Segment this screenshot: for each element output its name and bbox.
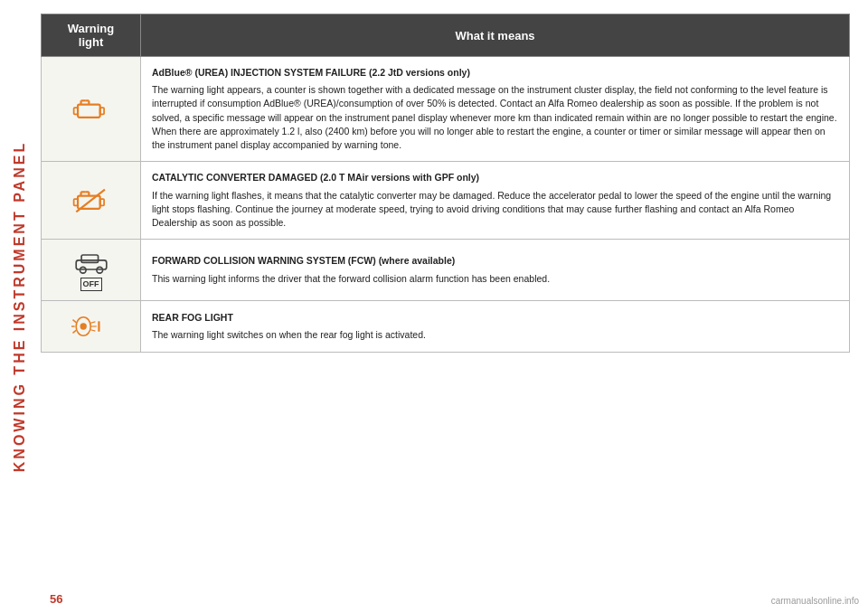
main-content: Warninglight What it means [41, 14, 850, 577]
table-row: OFF FORWARD COLLISION WARNING SYSTEM (FC… [42, 240, 850, 301]
side-label-text: KNOWING THE INSTRUMENT PANEL [13, 141, 29, 472]
page-number: 56 [50, 592, 62, 606]
row2-title: CATALYTIC CONVERTER DAMAGED (2.0 T MAir … [152, 171, 838, 184]
fog-icon-wrapper [52, 310, 129, 343]
description-cell-fog: REAR FOG LIGHT The warning light switche… [141, 301, 850, 353]
icon-cell-engine [42, 57, 141, 162]
fcw-car-svg [72, 249, 110, 276]
svg-rect-8 [99, 199, 103, 205]
fcw-icon: OFF [72, 249, 110, 291]
row4-title: REAR FOG LIGHT [152, 311, 838, 325]
svg-rect-16 [81, 255, 98, 262]
svg-line-24 [90, 322, 95, 323]
row3-description: This warning light informs the driver th… [152, 273, 550, 284]
description-cell-engine: AdBlue® (UREA) INJECTION SYSTEM FAILURE … [141, 57, 850, 162]
row4-description: The warning light switches on when the r… [152, 329, 426, 340]
svg-line-20 [72, 320, 76, 323]
row2-description: If the warning light flashes, it means t… [152, 190, 831, 228]
engine-icon [71, 93, 111, 126]
svg-rect-12 [73, 199, 77, 205]
row1-title: AdBlue® (UREA) INJECTION SYSTEM FAILURE … [152, 66, 838, 80]
svg-line-26 [90, 330, 95, 331]
engine-slash-icon-wrapper [52, 184, 129, 217]
row1-description: The warning light appears, a counter is … [152, 84, 837, 150]
table-row: AdBlue® (UREA) INJECTION SYSTEM FAILURE … [42, 57, 850, 162]
table-row: CATALYTIC CONVERTER DAMAGED (2.0 T MAir … [42, 162, 850, 240]
row3-title: FORWARD COLLISION WARNING SYSTEM (FCW) (… [152, 254, 838, 268]
description-cell-catalytic: CATALYTIC CONVERTER DAMAGED (2.0 T MAir … [141, 162, 850, 240]
svg-line-22 [72, 331, 76, 334]
description-cell-fcw: FORWARD COLLISION WARNING SYSTEM (FCW) (… [141, 240, 850, 301]
engine-slash-icon [71, 184, 111, 217]
fcw-icon-wrapper: OFF [52, 249, 129, 291]
fog-light-icon [71, 310, 111, 343]
svg-rect-27 [98, 321, 99, 332]
svg-point-18 [96, 268, 102, 274]
icon-cell-fcw: OFF [42, 240, 141, 301]
svg-rect-1 [99, 108, 103, 114]
watermark: carmanualsonline.info [771, 596, 859, 606]
svg-point-17 [80, 268, 86, 274]
col-header-meaning: What it means [141, 14, 850, 57]
off-badge: OFF [80, 278, 102, 291]
engine-icon-wrapper [52, 93, 129, 126]
svg-rect-0 [78, 104, 100, 117]
svg-point-23 [80, 324, 86, 330]
warning-table: Warninglight What it means [41, 14, 850, 353]
side-label: KNOWING THE INSTRUMENT PANEL [0, 0, 41, 613]
table-row: REAR FOG LIGHT The warning light switche… [42, 301, 850, 353]
svg-rect-5 [73, 108, 77, 114]
icon-cell-fog [42, 301, 141, 353]
col-header-light: Warninglight [42, 14, 141, 57]
icon-cell-engine-slash [42, 162, 141, 240]
